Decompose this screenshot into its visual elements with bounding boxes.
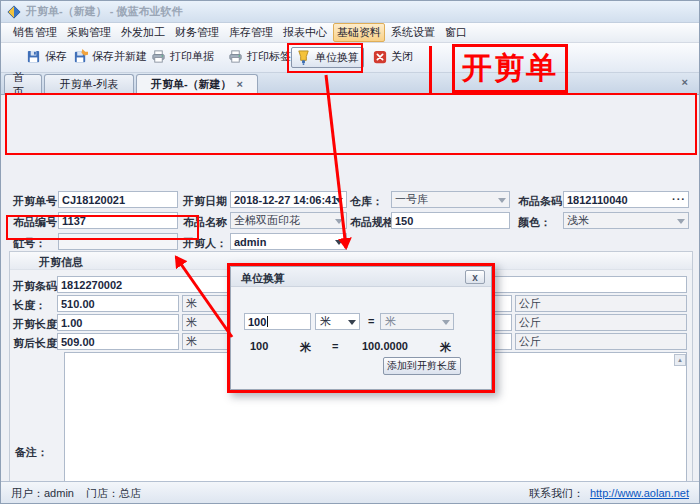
unit-convert-icon — [296, 50, 311, 65]
add-to-cut-length-label: 添加到开剪长度 — [387, 359, 457, 373]
unit-convert-label: 单位换算 — [315, 50, 359, 65]
color-field[interactable]: 浅米 — [563, 212, 689, 229]
text-caret — [267, 316, 268, 327]
length-value: 510.00 — [61, 298, 95, 310]
browse-dots-icon[interactable]: ··· — [672, 193, 686, 205]
after-length-field[interactable]: 509.00 — [57, 333, 179, 350]
remark-label: 备注： — [15, 445, 48, 460]
cut-length-unit-value: 米 — [186, 315, 197, 330]
aolan-website-link[interactable]: http://www.aolan.net — [590, 487, 689, 499]
menu-outsourcing[interactable]: 外发加工 — [117, 23, 169, 42]
annotation-connector-line — [429, 46, 432, 94]
fabric-barcode-value: 1812110040 — [567, 194, 628, 206]
window-title: 开剪单-（新建） - 傲蓝布业软件 — [26, 4, 182, 19]
save-new-icon — [73, 49, 88, 64]
print-document-button[interactable]: 打印单据 — [151, 49, 214, 64]
from-unit-value: 米 — [320, 314, 331, 329]
fabric-spec-field[interactable]: 150 — [391, 212, 510, 229]
save-icon — [26, 49, 41, 64]
weight-unit-value: 公斤 — [519, 296, 541, 311]
menu-sales[interactable]: 销售管理 — [9, 23, 61, 42]
cut-length-value: 1.00 — [61, 317, 82, 329]
save-and-new-button[interactable]: 保存并新建 — [73, 49, 147, 64]
to-unit-value: 米 — [385, 314, 396, 329]
menu-inventory[interactable]: 库存管理 — [225, 23, 277, 42]
dialog-close-button[interactable]: x — [465, 270, 485, 284]
fabric-name-field[interactable]: 全棉双面印花 — [230, 212, 347, 229]
tab-cut-order-new[interactable]: 开剪单-（新建） × — [136, 74, 258, 94]
tab-bar: 首页 开剪单-列表 开剪单-（新建） × — [1, 73, 699, 95]
quantity-value: 100 — [248, 316, 266, 328]
chevron-down-icon — [442, 320, 450, 325]
close-button[interactable]: 关闭 — [373, 49, 413, 64]
fabric-name-value: 全棉双面印花 — [234, 213, 300, 228]
tab-cut-order-list[interactable]: 开剪单-列表 — [44, 74, 134, 94]
title-bar: 开剪单-（新建） - 傲蓝布业软件 — [1, 1, 699, 23]
fabric-barcode-field[interactable]: 1812110040 ··· — [563, 191, 689, 208]
tab-cut-order-list-label: 开剪单-列表 — [60, 77, 119, 92]
chevron-down-icon — [335, 219, 343, 224]
save-and-new-label: 保存并新建 — [92, 49, 147, 64]
from-unit-select[interactable]: 米 — [315, 313, 360, 330]
tab-close-icon[interactable]: × — [237, 79, 243, 90]
color-value: 浅米 — [567, 213, 589, 228]
cut-date-value: 2018-12-27 14:06:41 — [234, 194, 337, 206]
cut-weight-unit-field: 公斤 — [515, 314, 687, 331]
calc-equals: = — [332, 340, 338, 352]
tab-home[interactable]: 首页 — [4, 74, 42, 94]
cutter-value: admin — [234, 236, 266, 248]
print-label-button[interactable]: 打印标签 — [228, 49, 291, 64]
weight-unit-field: 公斤 — [515, 295, 687, 312]
cut-info-title: 开剪信息 — [39, 255, 83, 270]
cutter-label: 开剪人： — [183, 236, 227, 251]
close-icon — [373, 50, 387, 64]
menu-purchase[interactable]: 采购管理 — [63, 23, 115, 42]
after-weight-unit-value: 公斤 — [519, 334, 541, 349]
scroll-up-icon[interactable]: ▲ — [674, 354, 686, 366]
chevron-down-icon — [677, 219, 685, 224]
fabric-no-field[interactable]: 1137 — [58, 212, 178, 229]
calc-result: 100.0000 — [362, 340, 408, 352]
order-no-field[interactable]: CJ18120021 — [58, 191, 178, 208]
unit-convert-dialog: 单位换算 x 100 米 = 米 100 米 = 100.0000 米 — [230, 266, 492, 390]
chevron-down-icon[interactable] — [335, 198, 343, 203]
chevron-down-icon[interactable] — [348, 320, 356, 325]
contact-label: 联系我们： — [529, 486, 584, 501]
annotation-box-dialog: 单位换算 x 100 米 = 米 100 米 = 100.0000 米 — [227, 263, 495, 393]
tab-cut-order-new-label: 开剪单-（新建） — [151, 77, 232, 92]
color-label: 颜色： — [518, 215, 551, 230]
save-button[interactable]: 保存 — [26, 49, 67, 64]
dialog-close-icon: x — [472, 272, 478, 283]
menu-system-settings[interactable]: 系统设置 — [387, 23, 439, 42]
length-unit-value: 米 — [186, 296, 197, 311]
warehouse-label: 仓库： — [350, 194, 383, 209]
after-length-unit-value: 米 — [186, 334, 197, 349]
printer-icon — [228, 49, 243, 64]
warehouse-value: 一号库 — [395, 192, 428, 207]
save-label: 保存 — [45, 49, 67, 64]
pane-close-icon[interactable]: × — [682, 77, 688, 88]
warehouse-field[interactable]: 一号库 — [391, 191, 510, 208]
cut-date-field[interactable]: 2018-12-27 14:06:41 — [230, 191, 347, 208]
add-to-cut-length-button[interactable]: 添加到开剪长度 — [383, 357, 461, 375]
calc-unit: 米 — [300, 340, 311, 355]
vat-no-field[interactable] — [58, 233, 178, 250]
to-unit-select[interactable]: 米 — [380, 313, 454, 330]
chevron-down-icon[interactable] — [335, 240, 343, 245]
menu-reports[interactable]: 报表中心 — [279, 23, 331, 42]
fabric-no-value: 1137 — [62, 215, 86, 227]
menu-window[interactable]: 窗口 — [441, 23, 471, 42]
cut-length-field[interactable]: 1.00 — [57, 314, 179, 331]
fabric-spec-value: 150 — [395, 215, 413, 227]
equals-sign: = — [368, 315, 374, 327]
cut-barcode-value: 1812270002 — [61, 279, 122, 291]
cutter-field[interactable]: admin — [230, 233, 347, 250]
annotation-big-label: 开剪单 — [452, 44, 568, 93]
quantity-input[interactable]: 100 — [244, 313, 311, 330]
length-field[interactable]: 510.00 — [57, 295, 179, 312]
menu-finance[interactable]: 财务管理 — [171, 23, 223, 42]
unit-convert-button[interactable]: 单位换算 — [291, 47, 364, 68]
menu-basic-data[interactable]: 基础资料 — [333, 23, 385, 42]
after-weight-unit-field: 公斤 — [515, 333, 687, 350]
app-window: 开剪单-（新建） - 傲蓝布业软件 销售管理 采购管理 外发加工 财务管理 库存… — [0, 0, 700, 504]
